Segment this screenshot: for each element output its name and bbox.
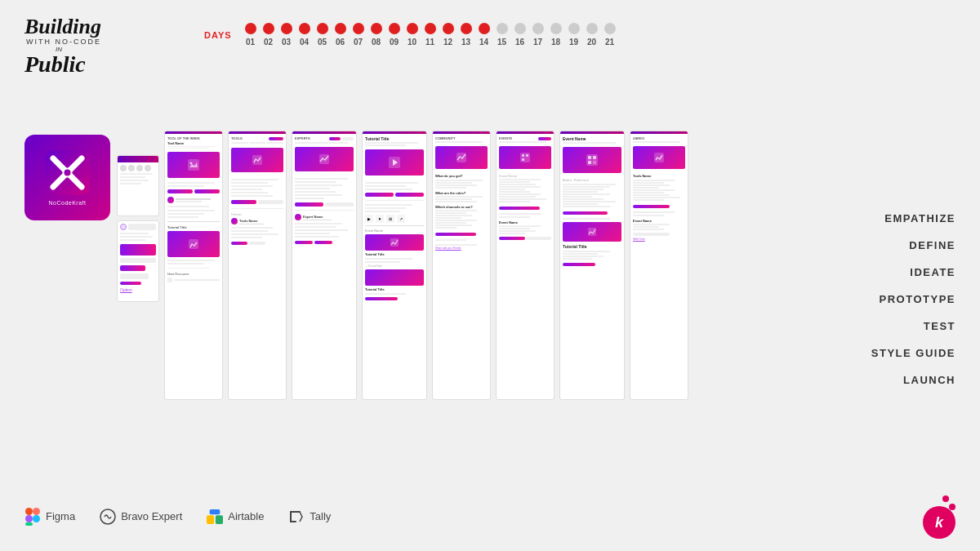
tool-tally: Tally [288, 509, 331, 525]
day-item-12: 12 [443, 23, 454, 47]
day-dot-06 [335, 23, 346, 34]
day-dot-20 [586, 23, 598, 34]
day-dot-04 [299, 23, 310, 34]
figma-icon [24, 509, 41, 525]
day-item-20: 20 [586, 23, 598, 47]
day-num-01: 01 [246, 38, 255, 47]
day-num-04: 04 [300, 38, 309, 47]
nocodekraft-logo: NoCodeKraft [24, 135, 110, 220]
day-num-18: 18 [551, 38, 560, 47]
main-content: NoCodeKraft [24, 127, 849, 494]
tool-figma: Figma [24, 509, 75, 525]
phase-ideate: IDEATE [871, 266, 956, 278]
day-dot-02 [263, 23, 274, 34]
kraft-dot-1 [942, 495, 949, 502]
tool-airtable: Airtable [207, 509, 264, 525]
day-dot-18 [550, 23, 562, 34]
day-num-11: 11 [425, 38, 434, 47]
svg-rect-17 [586, 154, 598, 166]
footer: Figma Bravo Expert Airtable [24, 494, 956, 539]
day-dot-10 [407, 23, 418, 34]
wireframe-small-2: Option [117, 220, 159, 302]
day-num-02: 02 [264, 38, 273, 47]
screens-area: Option TOOL OF THE WEEK Tool Name [117, 127, 849, 400]
screen-6: EVENTS Event Name [496, 131, 555, 400]
day-dot-17 [532, 23, 544, 34]
day-num-09: 09 [390, 38, 399, 47]
day-item-16: 16 [514, 23, 526, 47]
svg-rect-21 [593, 161, 596, 164]
day-num-14: 14 [479, 38, 488, 47]
day-num-07: 07 [354, 38, 363, 47]
day-num-21: 21 [605, 38, 614, 47]
screen-8: ZAREO Tools Name Event Name [630, 131, 688, 400]
logo-text: NoCodeKraft [45, 200, 90, 206]
day-dot-15 [497, 23, 508, 34]
day-num-03: 03 [282, 38, 291, 47]
title-building: Building [24, 16, 172, 38]
day-dot-13 [461, 23, 472, 34]
phase-define: DEFINE [871, 239, 956, 251]
svg-rect-32 [210, 509, 220, 513]
screen-4: Tutorial Title ▶ [362, 131, 427, 400]
svg-rect-26 [25, 515, 33, 522]
svg-rect-13 [520, 153, 530, 162]
day-num-15: 15 [497, 38, 506, 47]
svg-rect-6 [189, 239, 198, 249]
title-public: Public [24, 53, 172, 76]
kraft-dot-2 [949, 504, 956, 510]
small-wireframes: Option [117, 155, 159, 302]
phase-prototype: PROTOTYPE [871, 293, 956, 305]
svg-rect-18 [588, 156, 591, 159]
phase-empathize: EMPATHIZE [871, 212, 956, 224]
day-item-02: 02 [263, 23, 274, 47]
kraft-logo: k [911, 494, 956, 539]
day-num-06: 06 [336, 38, 345, 47]
phase-style-guide: STYLE GUIDE [871, 347, 956, 359]
day-dot-14 [479, 23, 490, 34]
screen-1: TOOL OF THE WEEK Tool Name [164, 131, 223, 400]
day-dot-16 [514, 23, 526, 34]
day-dot-19 [568, 23, 580, 34]
day-num-10: 10 [408, 38, 416, 47]
day-item-04: 04 [299, 23, 310, 47]
day-dot-01 [245, 23, 256, 34]
screen-5: COMMUNITY What do you get? What are the … [432, 131, 491, 400]
day-item-03: 03 [281, 23, 292, 47]
day-num-16: 16 [515, 38, 524, 47]
svg-rect-25 [33, 508, 40, 515]
title-with: WITH NO-CODE [26, 38, 172, 46]
day-item-06: 06 [335, 23, 346, 47]
day-num-05: 05 [318, 38, 327, 47]
day-item-21: 21 [604, 23, 616, 47]
day-item-17: 17 [532, 23, 544, 47]
day-dot-05 [317, 23, 328, 34]
screen-2: TOOLS [228, 131, 287, 400]
svg-rect-23 [654, 153, 664, 162]
svg-point-3 [64, 168, 72, 176]
bravo-icon [100, 509, 116, 525]
day-dot-21 [604, 23, 616, 34]
bravo-label: Bravo Expert [121, 510, 182, 522]
header: Building WITH NO-CODE IN Public DAYS 010… [24, 16, 956, 81]
phase-launch: LAUNCH [871, 374, 956, 386]
day-num-13: 13 [461, 38, 470, 47]
day-item-15: 15 [497, 23, 508, 47]
svg-rect-20 [588, 161, 591, 164]
wireframe-small-1 [117, 155, 159, 216]
day-item-18: 18 [550, 23, 562, 47]
days-dots: 0102030405060708091011121314151617181920… [242, 23, 619, 47]
day-num-17: 17 [533, 38, 542, 47]
day-item-05: 05 [317, 23, 328, 47]
day-dot-03 [281, 23, 292, 34]
svg-rect-22 [588, 228, 596, 236]
day-num-12: 12 [443, 38, 452, 47]
svg-rect-19 [593, 156, 596, 159]
tally-icon [288, 509, 305, 525]
kraft-circle: k [923, 506, 956, 539]
airtable-label: Airtable [228, 510, 264, 522]
svg-rect-16 [522, 158, 524, 161]
figma-label: Figma [46, 510, 75, 522]
footer-tools: Figma Bravo Expert Airtable [24, 509, 331, 525]
design-phases: EMPATHIZEDEFINEIDEATEPROTOTYPETESTSTYLE … [871, 212, 956, 386]
